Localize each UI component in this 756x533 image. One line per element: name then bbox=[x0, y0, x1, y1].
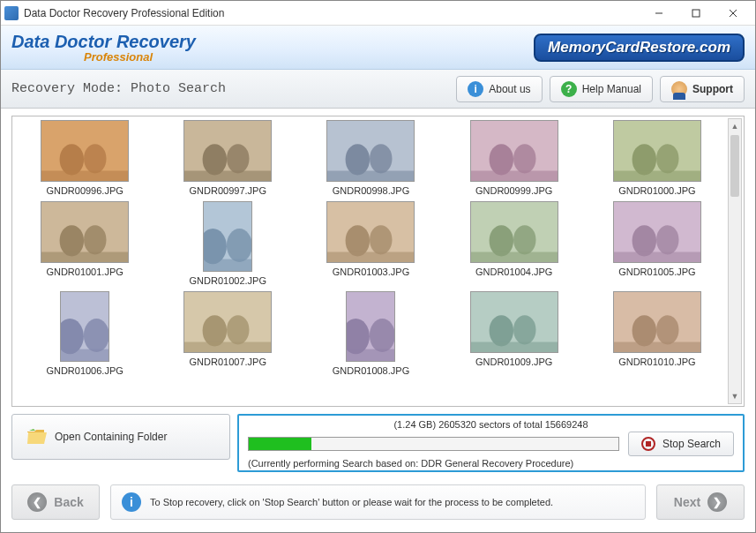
brand-block: Data Doctor Recovery Professional bbox=[11, 32, 534, 64]
thumbnail-item[interactable]: GNDR01008.JPG bbox=[302, 291, 439, 376]
open-containing-folder-button[interactable]: Open Containing Folder bbox=[11, 414, 230, 460]
svg-point-49 bbox=[203, 315, 227, 346]
thumbnail-item[interactable]: GNDR01001.JPG bbox=[16, 201, 153, 286]
chevron-right-icon: ❯ bbox=[707, 492, 727, 512]
svg-point-25 bbox=[60, 225, 84, 256]
help-manual-button[interactable]: ? Help Manual bbox=[550, 76, 653, 102]
thumbnail-item[interactable]: GNDR01009.JPG bbox=[445, 291, 583, 376]
scroll-up-arrow[interactable]: ▲ bbox=[729, 119, 741, 133]
svg-point-9 bbox=[203, 144, 227, 175]
photo-thumbnail-icon bbox=[613, 120, 701, 182]
svg-rect-31 bbox=[204, 259, 251, 271]
sectors-text: (1.24 GB) 2605320 sectors of total 15669… bbox=[248, 419, 734, 430]
help-icon: ? bbox=[561, 81, 577, 97]
gallery-frame: GNDR00996.JPGGNDR00997.JPGGNDR00998.JPGG… bbox=[11, 116, 745, 407]
thumbnail-item[interactable]: GNDR01005.JPG bbox=[588, 201, 726, 286]
minimize-button[interactable] bbox=[640, 2, 677, 25]
svg-rect-27 bbox=[41, 252, 128, 262]
scrollbar-thumb[interactable] bbox=[730, 135, 739, 197]
thumbnail-item[interactable]: GNDR01004.JPG bbox=[445, 201, 583, 286]
svg-point-17 bbox=[489, 144, 513, 175]
thumbnail-item[interactable]: GNDR01006.JPG bbox=[16, 291, 153, 376]
close-button[interactable] bbox=[715, 2, 752, 25]
thumbnail-filename: GNDR01006.JPG bbox=[46, 365, 123, 376]
svg-point-21 bbox=[632, 144, 655, 175]
thumbnail-filename: GNDR01004.JPG bbox=[475, 266, 552, 277]
thumbnail-filename: GNDR00998.JPG bbox=[333, 185, 409, 196]
window-title: Data Doctor Recovery Professional Editio… bbox=[24, 7, 640, 19]
thumbnail-item[interactable]: GNDR00997.JPG bbox=[159, 120, 296, 196]
svg-point-46 bbox=[84, 319, 109, 352]
thumbnail-filename: GNDR01005.JPG bbox=[618, 266, 695, 277]
svg-rect-39 bbox=[471, 252, 558, 262]
recovery-mode-label: Recovery Mode: Photo Search bbox=[11, 81, 449, 96]
thumbnail-filename: GNDR01010.JPG bbox=[618, 357, 695, 367]
photo-thumbnail-icon bbox=[613, 201, 701, 263]
thumbnail-item[interactable]: GNDR01003.JPG bbox=[302, 201, 439, 286]
svg-rect-51 bbox=[184, 342, 271, 352]
photo-thumbnail-icon bbox=[346, 291, 395, 362]
svg-point-14 bbox=[371, 144, 393, 173]
maximize-button[interactable] bbox=[677, 2, 715, 25]
svg-point-42 bbox=[656, 225, 678, 254]
svg-rect-63 bbox=[614, 342, 700, 352]
svg-rect-7 bbox=[41, 171, 128, 181]
gallery-scroll-area[interactable]: GNDR00996.JPGGNDR00997.JPGGNDR00998.JPGG… bbox=[16, 120, 726, 402]
svg-point-57 bbox=[489, 315, 513, 346]
thumbnail-item[interactable]: GNDR00998.JPG bbox=[302, 120, 439, 196]
info-icon: i bbox=[468, 81, 483, 97]
support-label: Support bbox=[692, 83, 733, 95]
photo-thumbnail-icon bbox=[470, 120, 558, 182]
content-area: GNDR00996.JPGGNDR00997.JPGGNDR00998.JPGG… bbox=[1, 109, 755, 472]
thumbnail-filename: GNDR01007.JPG bbox=[190, 357, 266, 367]
thumbnail-item[interactable]: GNDR01010.JPG bbox=[588, 291, 726, 376]
header-banner: Data Doctor Recovery Professional Memory… bbox=[1, 26, 755, 70]
title-bar: Data Doctor Recovery Professional Editio… bbox=[1, 1, 755, 26]
svg-point-62 bbox=[656, 315, 678, 344]
thumbnail-item[interactable]: GNDR00996.JPG bbox=[16, 120, 153, 196]
progress-bar bbox=[248, 437, 619, 451]
svg-rect-1 bbox=[692, 10, 700, 17]
svg-point-41 bbox=[632, 225, 655, 256]
toolbar: Recovery Mode: Photo Search i About us ?… bbox=[1, 70, 755, 109]
back-label: Back bbox=[54, 495, 83, 509]
stop-search-button[interactable]: Stop Search bbox=[628, 432, 734, 456]
thumbnail-filename: GNDR00999.JPG bbox=[475, 185, 552, 196]
scroll-down-arrow[interactable]: ▼ bbox=[729, 389, 741, 403]
brand-subtitle: Professional bbox=[84, 50, 534, 64]
svg-point-13 bbox=[346, 144, 370, 175]
thumbnail-item[interactable]: GNDR00999.JPG bbox=[445, 120, 583, 196]
website-badge[interactable]: MemoryCardRestore.com bbox=[534, 34, 745, 62]
svg-rect-11 bbox=[184, 171, 271, 181]
photo-thumbnail-icon bbox=[60, 291, 109, 362]
stop-search-label: Stop Search bbox=[662, 438, 721, 450]
svg-point-61 bbox=[632, 315, 655, 346]
back-button[interactable]: ❮ Back bbox=[11, 484, 100, 520]
thumbnail-filename: GNDR01003.JPG bbox=[333, 266, 409, 277]
thumbnail-filename: GNDR00997.JPG bbox=[190, 185, 266, 196]
svg-point-54 bbox=[370, 319, 394, 352]
chevron-left-icon: ❮ bbox=[27, 492, 47, 512]
photo-thumbnail-icon bbox=[613, 291, 701, 353]
svg-rect-47 bbox=[61, 349, 109, 361]
photo-thumbnail-icon bbox=[41, 201, 129, 263]
svg-rect-23 bbox=[614, 171, 700, 181]
thumbnail-item[interactable]: GNDR01000.JPG bbox=[588, 120, 726, 196]
vertical-scrollbar[interactable]: ▲ ▼ bbox=[728, 118, 742, 404]
photo-thumbnail-icon bbox=[326, 120, 415, 182]
svg-point-34 bbox=[371, 225, 393, 254]
photo-thumbnail-icon bbox=[41, 120, 129, 182]
svg-point-18 bbox=[513, 144, 535, 173]
svg-point-58 bbox=[513, 315, 535, 344]
info-icon: i bbox=[122, 492, 141, 512]
progress-panel: (1.24 GB) 2605320 sectors of total 15669… bbox=[237, 414, 745, 472]
svg-point-6 bbox=[84, 144, 106, 173]
thumbnail-item[interactable]: GNDR01007.JPG bbox=[159, 291, 296, 376]
next-label: Next bbox=[674, 495, 700, 509]
about-us-button[interactable]: i About us bbox=[456, 76, 542, 102]
svg-rect-55 bbox=[347, 349, 394, 361]
thumbnail-filename: GNDR01001.JPG bbox=[46, 266, 123, 277]
support-button[interactable]: Support bbox=[660, 76, 745, 102]
next-button[interactable]: Next ❯ bbox=[656, 484, 745, 520]
thumbnail-item[interactable]: GNDR01002.JPG bbox=[159, 201, 296, 286]
